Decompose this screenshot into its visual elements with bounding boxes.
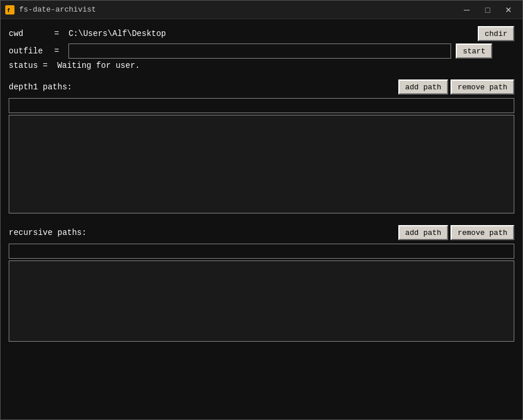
outfile-equals: = xyxy=(49,46,64,56)
recursive-title: recursive paths: xyxy=(9,228,86,237)
recursive-add-path-button[interactable]: add path xyxy=(398,225,448,240)
main-window: f fs-date-archivist ─ □ ✕ cwd = C:\Users… xyxy=(0,0,523,420)
cwd-label: cwd xyxy=(9,29,49,38)
start-button[interactable]: start xyxy=(456,44,492,59)
recursive-buttons: add path remove path xyxy=(398,225,514,240)
depth1-section: depth1 paths: add path remove path xyxy=(9,79,514,216)
outfile-input[interactable] xyxy=(68,44,451,59)
svg-text:f: f xyxy=(7,8,10,13)
recursive-path-input[interactable] xyxy=(9,244,514,259)
status-label: status xyxy=(9,61,38,70)
outfile-row: outfile = start xyxy=(9,44,514,59)
recursive-path-list[interactable] xyxy=(9,260,514,342)
close-button[interactable]: ✕ xyxy=(499,3,518,17)
window-controls: ─ □ ✕ xyxy=(457,3,518,17)
status-row: status = Waiting for user. xyxy=(9,61,514,70)
cwd-value: C:\Users\Alf\Desktop xyxy=(68,29,473,38)
depth1-path-input[interactable] xyxy=(9,98,514,113)
maximize-button[interactable]: □ xyxy=(478,3,497,17)
title-bar: f fs-date-archivist ─ □ ✕ xyxy=(1,1,522,19)
main-content: cwd = C:\Users\Alf\Desktop chdir outfile… xyxy=(1,19,522,419)
app-icon: f xyxy=(5,5,14,15)
cwd-row: cwd = C:\Users\Alf\Desktop chdir xyxy=(9,26,514,41)
status-value: Waiting for user. xyxy=(57,61,140,70)
chdir-button[interactable]: chdir xyxy=(478,26,514,41)
recursive-section: recursive paths: add path remove path xyxy=(9,225,514,344)
cwd-equals: = xyxy=(49,29,64,38)
recursive-header: recursive paths: add path remove path xyxy=(9,225,514,240)
depth1-remove-path-button[interactable]: remove path xyxy=(451,79,514,95)
depth1-add-path-button[interactable]: add path xyxy=(398,79,448,95)
window-title: fs-date-archivist xyxy=(19,5,457,14)
depth1-header: depth1 paths: add path remove path xyxy=(9,79,514,95)
depth1-title: depth1 paths: xyxy=(9,82,72,92)
outfile-label: outfile xyxy=(9,46,49,56)
depth1-path-list[interactable] xyxy=(9,115,514,213)
recursive-remove-path-button[interactable]: remove path xyxy=(451,225,514,240)
minimize-button[interactable]: ─ xyxy=(457,3,476,17)
status-equals: = xyxy=(43,61,53,70)
depth1-buttons: add path remove path xyxy=(398,79,514,95)
